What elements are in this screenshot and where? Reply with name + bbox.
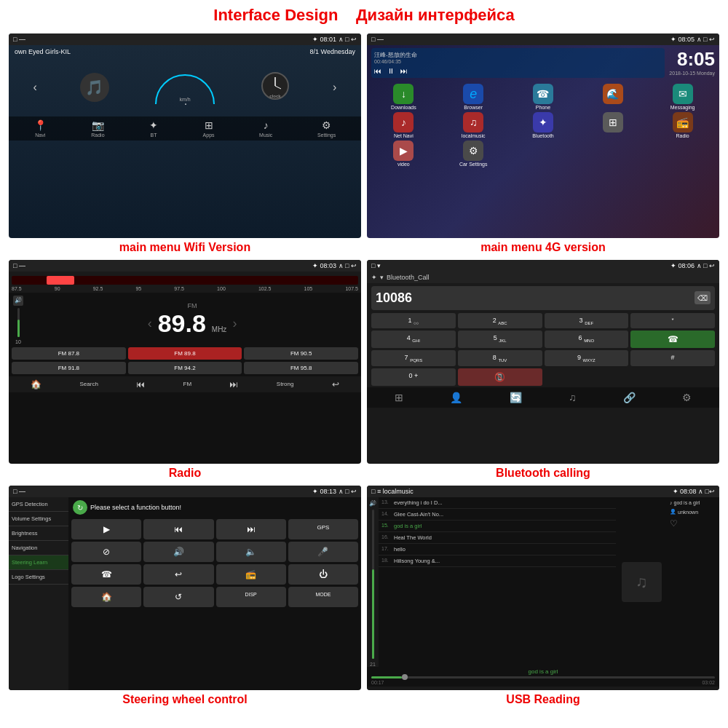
s5-play-btn[interactable]: ▶ bbox=[71, 519, 141, 539]
s5-radio-btn[interactable]: 📻 bbox=[216, 564, 286, 585]
key-star[interactable]: * bbox=[630, 313, 715, 329]
s5-voldown-btn[interactable]: 🔈 bbox=[216, 542, 286, 562]
search-btn-radio[interactable]: Search bbox=[80, 381, 98, 387]
home-btn-radio[interactable]: 🏠 bbox=[31, 379, 41, 389]
key-6[interactable]: 6 MNO bbox=[545, 331, 629, 348]
s2-music-info: 汪峰-怒放的生命 00:46/04:35 ⏮ ⏸ ⏭ bbox=[371, 48, 665, 78]
s5-home-btn[interactable]: 🏠 bbox=[71, 587, 141, 607]
gps-refresh-btn[interactable]: ↻ bbox=[73, 500, 87, 515]
app-settings[interactable]: ⚙Car Settings bbox=[440, 141, 507, 167]
s1-bottom-nav[interactable]: 📍Navi 📷Radio ✦BT ⊞Apps ♪Music ⚙Settings bbox=[9, 116, 361, 141]
s5-btn-grid: ▶ ⏮ ⏭ GPS ⊘ 🔊 🔈 🎤 ☎ ↩ 📻 ⏻ 🏠 ↺ bbox=[68, 518, 361, 609]
key-9[interactable]: 9 WXYZ bbox=[545, 350, 629, 366]
s5-mode-btn[interactable]: MODE bbox=[288, 587, 358, 607]
nav-radio[interactable]: 📷Radio bbox=[91, 119, 104, 138]
s5-rotate-btn[interactable]: ↺ bbox=[143, 587, 213, 607]
app-radio[interactable]: 📻Radio bbox=[649, 112, 716, 138]
strong-btn-radio[interactable]: Strong bbox=[277, 381, 294, 387]
s5-prev-btn[interactable]: ⏮ bbox=[143, 519, 213, 539]
bt-bottom-settings[interactable]: ⚙ bbox=[682, 392, 692, 403]
track-item-13[interactable]: 13. everything i do I D... bbox=[379, 497, 616, 509]
preset-4[interactable]: FM 91.8 bbox=[12, 362, 126, 374]
endcall-btn[interactable]: 📵 bbox=[458, 368, 542, 386]
s5-power-btn[interactable]: ⏻ bbox=[288, 564, 358, 585]
current-time: 00:17 bbox=[371, 680, 384, 685]
preset-5[interactable]: FM 94.2 bbox=[128, 362, 242, 374]
s5-call-btn[interactable]: ☎ bbox=[71, 564, 141, 585]
call-btn[interactable]: ☎ bbox=[630, 331, 715, 348]
bt-bottom-apps[interactable]: ⊞ bbox=[395, 392, 403, 403]
key-0[interactable]: 0 + bbox=[371, 368, 456, 386]
s5-mute-btn[interactable]: ⊘ bbox=[71, 542, 141, 562]
s6-heart-icon[interactable]: ♡ bbox=[670, 518, 716, 529]
key-hash[interactable]: # bbox=[630, 350, 715, 366]
sidebar-item-steering-active[interactable]: Steering Learn bbox=[9, 555, 68, 570]
track-item-16[interactable]: 16. Heal The World bbox=[379, 532, 616, 544]
preset-3[interactable]: FM 90.5 bbox=[244, 347, 358, 360]
s6-play-btn[interactable]: ⏸ bbox=[566, 689, 577, 690]
sidebar-item-logo[interactable]: Logo Settings bbox=[9, 570, 68, 585]
fm-btn-radio[interactable]: FM bbox=[183, 381, 192, 387]
s2-playcontrols[interactable]: ⏮ ⏸ ⏭ bbox=[374, 67, 662, 75]
preset-2-active[interactable]: FM 89.8 bbox=[128, 347, 242, 360]
nav-settings[interactable]: ⚙Settings bbox=[317, 119, 336, 138]
status-icon-3: □ — bbox=[13, 262, 25, 269]
app-netnavi[interactable]: ♪Net Navi bbox=[370, 112, 438, 138]
back-btn-radio[interactable]: ↩ bbox=[332, 379, 339, 389]
track-item-14[interactable]: 14. Glee Cast-Ain't No... bbox=[379, 509, 616, 521]
key-8[interactable]: 8 TUV bbox=[458, 350, 542, 366]
next-btn-radio[interactable]: ⏭ bbox=[229, 379, 238, 389]
app-phone[interactable]: ☎Phone bbox=[510, 84, 577, 110]
s6-vol-slider[interactable] bbox=[372, 510, 374, 659]
prev-btn-1[interactable]: ‹ bbox=[33, 81, 37, 94]
key-5[interactable]: 5 JKL bbox=[458, 331, 542, 348]
sidebar-item-navigation[interactable]: Navigation bbox=[9, 541, 68, 555]
key-4[interactable]: 4 GHI bbox=[371, 331, 456, 348]
sidebar-item-volume[interactable]: Volume Settings bbox=[9, 512, 68, 526]
play-btn-2[interactable]: ⏸ bbox=[387, 67, 395, 75]
next-btn-2[interactable]: ⏭ bbox=[400, 67, 408, 75]
nav-apps[interactable]: ⊞Apps bbox=[203, 119, 215, 138]
s5-disp-btn[interactable]: DISP bbox=[216, 587, 286, 607]
nav-music[interactable]: ♪Music bbox=[259, 119, 272, 138]
freq-left-btn[interactable]: ‹ bbox=[148, 316, 152, 331]
app-video[interactable]: ▶video bbox=[370, 141, 438, 167]
s5-back-btn[interactable]: ↩ bbox=[143, 564, 213, 585]
bt-bottom-contacts[interactable]: 👤 bbox=[450, 392, 462, 403]
s5-gps-btn[interactable]: GPS bbox=[288, 519, 358, 539]
s5-mic-btn[interactable]: 🎤 bbox=[288, 542, 358, 562]
sidebar-item-gps[interactable]: GPS Detection bbox=[9, 497, 68, 512]
preset-1[interactable]: FM 87.8 bbox=[12, 347, 126, 360]
key-3[interactable]: 3 DEF bbox=[545, 313, 629, 329]
app-downloads[interactable]: ↓Downloads bbox=[370, 84, 438, 110]
next-btn-1[interactable]: › bbox=[333, 81, 336, 94]
freq-right-btn[interactable]: › bbox=[232, 316, 237, 331]
nav-navi[interactable]: 📍Navi bbox=[34, 119, 47, 138]
prev-btn-radio[interactable]: ⏮ bbox=[136, 379, 145, 389]
prev-btn-2[interactable]: ⏮ bbox=[374, 67, 381, 75]
key-2[interactable]: 2 ABC bbox=[458, 313, 542, 329]
key-7[interactable]: 7 PQRS bbox=[371, 350, 456, 366]
app-bluetooth[interactable]: ✦Bluetooth bbox=[510, 112, 577, 138]
app-messaging[interactable]: ✉Messaging bbox=[649, 84, 716, 110]
s5-next-btn[interactable]: ⏭ bbox=[216, 519, 286, 539]
bt-bottom-dial[interactable]: 🔄 bbox=[510, 392, 522, 403]
app-grid[interactable]: ⊞ bbox=[579, 112, 646, 138]
preset-6[interactable]: FM 95.8 bbox=[244, 362, 358, 374]
bt-bottom-music[interactable]: ♫ bbox=[569, 392, 577, 403]
app-browser[interactable]: eBrowser bbox=[440, 84, 507, 110]
vol-slider[interactable] bbox=[17, 308, 20, 337]
track-item-17[interactable]: 17. hello bbox=[379, 544, 616, 555]
s6-progress-bar[interactable] bbox=[371, 676, 715, 678]
track-item-15-active[interactable]: 15. god is a girl bbox=[379, 521, 616, 532]
s5-volup-btn[interactable]: 🔊 bbox=[143, 542, 213, 562]
bt-bottom-link[interactable]: 🔗 bbox=[623, 392, 636, 403]
s6-progress-handle[interactable] bbox=[402, 674, 408, 680]
app-localmusic[interactable]: ♫localmusic bbox=[440, 112, 507, 138]
nav-bt[interactable]: ✦BT bbox=[149, 119, 158, 138]
sidebar-item-brightness[interactable]: Brightness bbox=[9, 526, 68, 541]
app-unknown1[interactable]: 🌊 bbox=[579, 84, 646, 110]
track-item-18[interactable]: 18. Hillsong Young &... bbox=[379, 555, 616, 567]
key-1[interactable]: 1 ○○ bbox=[371, 313, 456, 329]
del-btn[interactable]: ⌫ bbox=[695, 291, 711, 304]
